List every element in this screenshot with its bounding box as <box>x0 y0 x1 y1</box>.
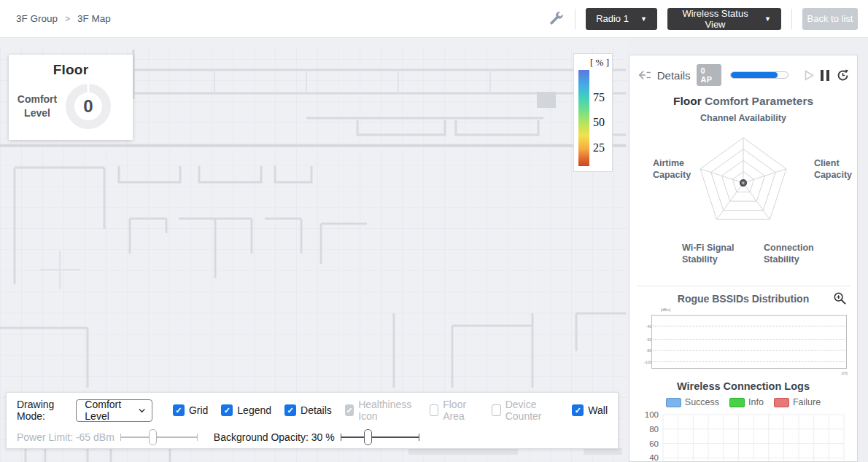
floor-card-title: Floor <box>9 62 133 78</box>
background-opacity-label: Background Opacity: 30 % <box>214 431 335 443</box>
logs-y-tick: 60 <box>649 439 659 448</box>
connection-logs-chart[interactable]: 100 80 60 40 20 0 05 10 15 20 25 30 35 4… <box>635 410 851 462</box>
ap-count-badge: 0 AP <box>697 64 721 86</box>
refresh-interval-icon[interactable] <box>836 68 850 82</box>
power-limit-slider <box>120 428 198 446</box>
rogue-y-axis-unit: [dBm] <box>661 308 670 312</box>
map-shaded-cell <box>537 92 556 108</box>
disabled-unchecked-checkbox-icon <box>430 404 439 416</box>
checked-checkbox-icon <box>173 404 185 416</box>
checked-checkbox-icon <box>572 404 584 416</box>
checkbox-legend[interactable]: Legend <box>221 404 271 416</box>
drawing-mode-select[interactable]: Comfort Level <box>76 399 152 422</box>
checked-checkbox-icon <box>221 404 233 416</box>
checkbox-wall[interactable]: Wall <box>572 404 608 416</box>
section-divider <box>637 286 850 286</box>
progress-fill <box>731 72 778 78</box>
view-select-button[interactable]: Wireless Status View ▼ <box>667 8 781 30</box>
back-to-list-button[interactable]: Back to list <box>802 8 858 30</box>
breadcrumb: 3F Group > 3F Map <box>16 13 111 24</box>
failure-swatch <box>774 398 789 407</box>
caret-down-icon: ▼ <box>764 15 771 23</box>
disabled-checked-checkbox-icon <box>345 404 354 416</box>
collapse-arrow-icon[interactable] <box>638 69 651 81</box>
pause-icon[interactable] <box>821 70 829 81</box>
drawing-mode-label: Drawing Mode: <box>17 399 70 422</box>
legend-unit-label: [ % ] <box>590 57 609 68</box>
checkbox-grid[interactable]: Grid <box>173 404 208 416</box>
rogue-x-axis-unit: [ch] <box>842 371 848 375</box>
radar-label-connection-stability: ConnectionStability <box>764 242 814 266</box>
radar-grid <box>632 128 854 226</box>
map-options-toolbar: Drawing Mode: Comfort Level Grid Legend … <box>6 392 619 449</box>
disabled-unchecked-checkbox-icon <box>492 404 501 416</box>
logs-y-tick: 40 <box>649 453 659 462</box>
chevron-down-icon <box>139 408 145 413</box>
rogue-bssids-title: Rogue BSSIDs Distribution <box>678 293 809 305</box>
connection-logs-title: Wireless Connection Logs <box>629 380 857 392</box>
radio-select-button[interactable]: Radio 1 ▼ <box>586 8 657 30</box>
comfort-level-value: 0 <box>83 96 93 117</box>
color-scale-legend: [ % ] 75 50 25 <box>573 53 613 172</box>
checkbox-device-counter: Device Counter <box>492 399 559 422</box>
rogue-y-tick: -100 <box>642 360 651 364</box>
logs-legend: Success Info Failure <box>629 397 857 407</box>
background-opacity-slider[interactable] <box>341 428 419 446</box>
rogue-y-tick: -80 <box>642 348 651 353</box>
details-panel: Details 0 AP Floor Comfort Parameters Ch… <box>629 55 858 462</box>
caret-down-icon: ▼ <box>640 15 647 23</box>
legend-tick: 50 <box>593 116 605 129</box>
details-panel-header: Details 0 AP <box>629 55 857 89</box>
checked-checkbox-icon <box>284 404 296 416</box>
legend-tick: 25 <box>593 141 605 154</box>
wrench-icon[interactable] <box>549 11 565 27</box>
details-label: Details <box>657 69 691 82</box>
top-bar: 3F Group > 3F Map Radio 1 ▼ Wireless Sta… <box>0 0 868 38</box>
legend-tick: 75 <box>593 91 605 104</box>
legend-item-info[interactable]: Info <box>729 397 764 407</box>
info-swatch <box>729 398 745 407</box>
power-limit-slider-thumb <box>149 429 157 445</box>
divider <box>791 9 792 29</box>
comfort-radar-chart: Channel Availability ClientCapacity Airt… <box>632 112 854 278</box>
color-gradient-bar <box>578 70 589 166</box>
power-limit-label: Power Limit: -65 dBm <box>17 431 115 443</box>
comfort-level-donut: 0 <box>66 84 111 129</box>
radar-label-channel-availability: Channel Availability <box>632 112 854 124</box>
legend-item-success[interactable]: Success <box>666 397 719 407</box>
floor-comfort-card: Floor Comfort Level 0 <box>9 55 133 140</box>
refresh-progress-bar[interactable] <box>730 71 788 79</box>
radar-label-wifi-signal-stability: Wi-Fi SignalStability <box>682 242 734 266</box>
logs-y-tick: 80 <box>649 425 659 434</box>
play-icon[interactable] <box>805 70 814 81</box>
breadcrumb-map[interactable]: 3F Map <box>77 13 111 24</box>
logs-y-tick: 100 <box>645 410 659 419</box>
comfort-parameters-title: Floor Comfort Parameters <box>629 95 857 108</box>
checkbox-floor-area: Floor Area <box>430 399 478 422</box>
success-swatch <box>666 398 681 407</box>
divider <box>575 9 576 29</box>
rogue-y-tick: -60 <box>642 337 651 342</box>
checkbox-details[interactable]: Details <box>284 404 332 416</box>
legend-item-failure[interactable]: Failure <box>774 397 821 407</box>
rogue-y-tick: -40 <box>642 324 651 329</box>
magnifier-zoom-icon[interactable] <box>833 291 847 305</box>
rogue-bssids-chart[interactable]: [dBm] -40 -60 -80 -100 [ch] <box>651 315 847 369</box>
comfort-level-label: Comfort Level <box>9 93 66 120</box>
checkbox-healthiness-icon: Healthiness Icon <box>345 399 416 422</box>
background-opacity-slider-thumb[interactable] <box>364 429 372 445</box>
breadcrumb-group[interactable]: 3F Group <box>16 13 58 24</box>
breadcrumb-separator: > <box>65 14 70 24</box>
